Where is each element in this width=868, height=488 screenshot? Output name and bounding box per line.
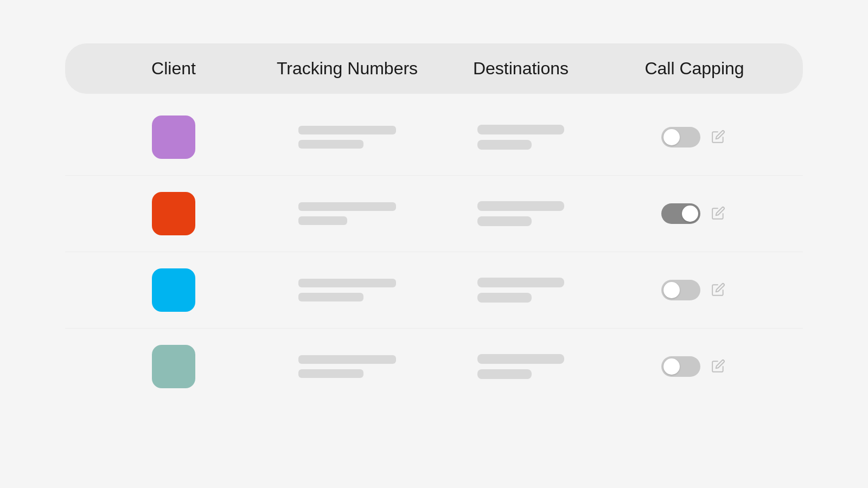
destination-line — [477, 293, 532, 303]
tracking-numbers-cell — [260, 279, 434, 301]
destination-line — [477, 216, 532, 226]
edit-button[interactable] — [709, 204, 727, 224]
client-cell — [87, 345, 260, 388]
table-row — [65, 329, 803, 404]
client-avatar — [152, 115, 195, 159]
toggle-switch[interactable] — [661, 356, 700, 377]
tracking-numbers-cell — [260, 355, 434, 378]
tracking-numbers-cell — [260, 126, 434, 149]
edit-button[interactable] — [709, 280, 727, 300]
destinations-cell — [434, 278, 608, 303]
client-cell — [87, 192, 260, 235]
table-header: Client Tracking Numbers Destinations Cal… — [65, 43, 803, 94]
edit-icon — [711, 130, 725, 144]
call-capping-cell — [608, 280, 781, 300]
skeleton-line — [298, 279, 396, 287]
edit-button[interactable] — [709, 357, 727, 377]
call-capping-cell — [608, 356, 781, 377]
header-destinations: Destinations — [434, 59, 608, 79]
table-body — [65, 99, 803, 404]
toggle-thumb — [663, 129, 680, 145]
edit-button[interactable] — [709, 127, 727, 147]
skeleton-line — [298, 216, 347, 225]
skeleton-line — [298, 202, 396, 211]
skeleton-line — [298, 355, 396, 364]
header-call-capping: Call Capping — [608, 59, 781, 79]
client-avatar — [152, 345, 195, 388]
destination-line — [477, 125, 564, 134]
skeleton-line — [298, 369, 363, 378]
call-capping-cell — [608, 203, 781, 224]
toggle-switch[interactable] — [661, 203, 700, 224]
edit-icon — [711, 282, 725, 297]
client-cell — [87, 268, 260, 312]
destinations-cell — [434, 354, 608, 379]
destination-line — [477, 369, 532, 379]
table-container: Client Tracking Numbers Destinations Cal… — [65, 43, 803, 404]
destinations-cell — [434, 201, 608, 226]
table-row — [65, 252, 803, 329]
header-client: Client — [87, 59, 260, 79]
toggle-switch[interactable] — [661, 280, 700, 300]
toggle-switch[interactable] — [661, 127, 700, 147]
skeleton-line — [298, 126, 396, 134]
client-cell — [87, 115, 260, 159]
destinations-cell — [434, 125, 608, 150]
edit-icon — [711, 206, 725, 220]
destination-line — [477, 201, 564, 211]
destination-line — [477, 140, 532, 150]
client-avatar — [152, 192, 195, 235]
client-avatar — [152, 268, 195, 312]
edit-icon — [711, 359, 725, 373]
tracking-numbers-cell — [260, 202, 434, 225]
toggle-thumb — [682, 206, 698, 222]
table-row — [65, 176, 803, 252]
call-capping-cell — [608, 127, 781, 147]
toggle-thumb — [663, 358, 680, 375]
skeleton-line — [298, 140, 363, 149]
toggle-thumb — [663, 282, 680, 298]
table-row — [65, 99, 803, 176]
destination-line — [477, 354, 564, 364]
header-tracking-numbers: Tracking Numbers — [260, 59, 434, 79]
destination-line — [477, 278, 564, 287]
skeleton-line — [298, 293, 363, 301]
